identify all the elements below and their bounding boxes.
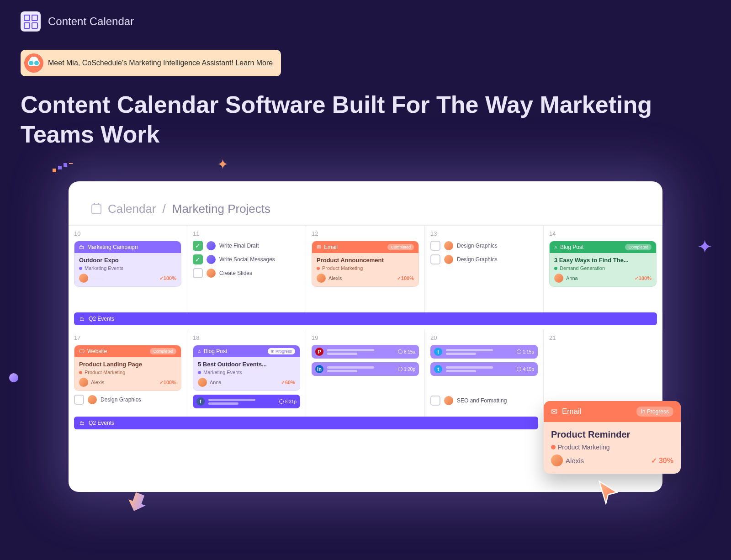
day-cell[interactable]: 11 ✓Write Final Draft ✓Write Social Mess…: [187, 226, 306, 312]
day-cell[interactable]: 18 ⟑Blog Post In Progress 5 Best Outdoor…: [187, 330, 306, 417]
day-number: 12: [312, 230, 419, 237]
linkedin-icon: in: [315, 365, 323, 373]
check-icon: ✓: [651, 457, 659, 465]
card-title: Product Announcement: [317, 257, 414, 264]
post-time: 8:31p: [285, 399, 297, 404]
task-item[interactable]: ✓Write Social Messages: [193, 254, 300, 264]
checkbox-icon[interactable]: [430, 396, 440, 406]
span-bar-row: 🗀Q2 Events: [69, 312, 662, 330]
card-type: Website: [87, 348, 107, 354]
calendar-app-window: Calendar / Marketing Projects 10 🗀Market…: [69, 181, 662, 492]
twitter-icon: t: [434, 348, 442, 356]
twitter-icon: t: [434, 365, 442, 373]
checkbox-icon[interactable]: [193, 268, 203, 278]
status-badge: In Progress: [268, 348, 295, 354]
svg-rect-1: [58, 166, 62, 169]
day-cell[interactable]: 10 🗀Marketing Campaign Outdoor Expo Mark…: [69, 226, 187, 312]
task-item[interactable]: Design Graphics: [430, 241, 538, 251]
card-blog-post[interactable]: ⟑Blog Post Completed 3 Easy Ways to Find…: [549, 241, 657, 287]
task-label: Design Graphics: [457, 243, 498, 249]
breadcrumb-page[interactable]: Marketing Projects: [172, 202, 270, 216]
status-badge: Completed: [387, 244, 414, 250]
card-percent: 100%: [639, 275, 652, 281]
card-title: Outdoor Expo: [79, 257, 176, 264]
sparkle-icon: ✦: [217, 156, 228, 172]
day-cell[interactable]: 12 ✉Email Completed Product Announcement…: [306, 226, 425, 312]
promo-banner[interactable]: Meet Mia, CoSchedule's Marketing Intelli…: [21, 50, 281, 76]
checkbox-icon[interactable]: [74, 395, 84, 405]
day-cell[interactable]: 14 ⟑Blog Post Completed 3 Easy Ways to F…: [544, 226, 662, 312]
card-owner: Anna: [566, 275, 578, 281]
social-post-twitter[interactable]: t 1:15p: [430, 345, 538, 359]
confetti-icon: [53, 163, 75, 180]
span-label: Q2 Events: [89, 420, 114, 426]
breadcrumb-sep: /: [163, 202, 166, 216]
checkbox-icon[interactable]: [430, 254, 440, 264]
facebook-icon: f: [196, 397, 205, 406]
card-title: 5 Best Outdoor Events...: [198, 361, 295, 368]
task-item[interactable]: Create Slides: [193, 268, 300, 278]
card-email-highlight[interactable]: ✉Email In Progress Product Reminder Prod…: [544, 401, 681, 474]
checkbox-icon[interactable]: ✓: [193, 254, 203, 264]
card-blog-post[interactable]: ⟑Blog Post In Progress 5 Best Outdoor Ev…: [193, 345, 300, 391]
cursor-icon: [595, 479, 621, 506]
clock-icon: [398, 367, 403, 371]
day-number: 21: [549, 334, 657, 341]
card-percent: 30%: [659, 457, 673, 465]
event-span-bar[interactable]: 🗀Q2 Events: [74, 312, 657, 325]
card-owner: Alexis: [328, 275, 342, 281]
day-number: 17: [74, 334, 181, 341]
social-post-pinterest[interactable]: P 8:15a: [312, 345, 419, 359]
card-marketing-campaign[interactable]: 🗀Marketing Campaign Outdoor Expo Marketi…: [74, 241, 181, 287]
task-item[interactable]: Design Graphics: [74, 395, 181, 405]
check-icon: ✓: [281, 380, 285, 385]
social-post-facebook[interactable]: f 8:31p: [193, 395, 300, 408]
day-cell[interactable]: 17 🖵Website Completed Product Landing Pa…: [69, 330, 187, 417]
checkbox-icon[interactable]: ✓: [193, 241, 203, 251]
calendar-icon: [91, 204, 101, 214]
avatar: [444, 255, 453, 264]
status-badge: In Progress: [636, 407, 673, 417]
social-post-twitter[interactable]: t 4:15p: [430, 362, 538, 376]
event-span-bar[interactable]: 🗀Q2 Events: [74, 417, 538, 429]
day-cell[interactable]: 19 P 8:15a in 1:20p: [306, 330, 425, 417]
social-post-linkedin[interactable]: in 1:20p: [312, 362, 419, 376]
day-number: 14: [549, 230, 657, 237]
product-name: Content Calendar: [48, 15, 134, 28]
card-website[interactable]: 🖵Website Completed Product Landing Page …: [74, 345, 181, 391]
task-item[interactable]: ✓Write Final Draft: [193, 241, 300, 251]
card-category: Product Marketing: [85, 370, 125, 375]
day-cell[interactable]: 13 Design Graphics Design Graphics: [425, 226, 544, 312]
card-type: Marketing Campaign: [87, 244, 138, 250]
banner-learn-more-link[interactable]: Learn More: [235, 59, 273, 67]
card-category: Marketing Events: [203, 370, 242, 375]
day-number: 18: [193, 334, 300, 341]
avatar: [444, 241, 453, 250]
task-label: Design Graphics: [457, 256, 498, 263]
page-header: Content Calendar: [21, 11, 710, 32]
avatar: [207, 269, 216, 278]
checkbox-icon[interactable]: [430, 241, 440, 251]
grid-icon: [24, 15, 38, 29]
day-cell[interactable]: 20 t 1:15p t 4:15p SEO and Formatting: [425, 330, 544, 417]
card-email[interactable]: ✉Email Completed Product Announcement Pr…: [312, 241, 419, 287]
task-label: Design Graphics: [101, 396, 141, 403]
check-icon: ✓: [397, 275, 401, 281]
mascot-icon: [24, 53, 43, 73]
rss-icon: ⟑: [198, 348, 201, 354]
product-logo: [21, 11, 41, 32]
dot-decoration: [9, 373, 18, 382]
card-percent: 100%: [164, 380, 176, 385]
card-percent: 100%: [164, 275, 176, 281]
folder-icon: 🗀: [79, 244, 85, 250]
breadcrumb-root[interactable]: Calendar: [108, 202, 156, 216]
arrow-decoration: [126, 491, 148, 517]
day-number: 13: [430, 230, 538, 237]
task-item[interactable]: Design Graphics: [430, 254, 538, 264]
day-number: 20: [430, 334, 538, 341]
task-label: Create Slides: [219, 270, 252, 276]
clock-icon: [398, 349, 403, 354]
envelope-icon: ✉: [317, 244, 321, 250]
task-item[interactable]: SEO and Formatting: [430, 396, 538, 406]
check-icon: ✓: [635, 275, 639, 281]
